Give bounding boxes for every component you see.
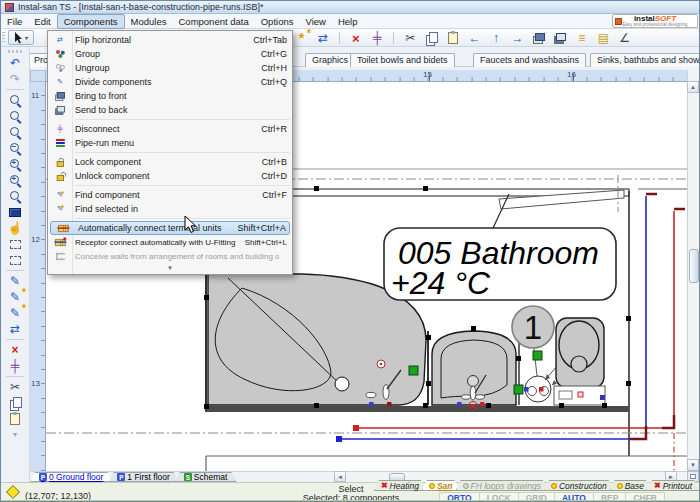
conceive-walls-icon [50,252,69,259]
more-tools-icon[interactable]: ▾ [5,427,25,443]
scroll-left-button[interactable]: ◄ [334,471,346,482]
menu-file[interactable]: File [1,15,28,28]
select-add-icon[interactable] [5,252,25,268]
copy-icon[interactable] [423,30,440,46]
menu-item-ungroup[interactable]: UngroupCtrl+H [48,61,292,75]
select-rect-icon[interactable] [5,236,25,252]
toggle-orto[interactable]: ORTO [440,493,479,502]
bring-to-front-icon[interactable] [530,30,547,46]
find-selected-in-icon[interactable]: ✎ [5,305,25,321]
menu-component-data[interactable]: Component data [172,15,254,28]
tab-graphics[interactable]: Graphics [305,53,355,67]
toggle-chfr[interactable]: CHFR [626,493,664,502]
components-dropdown-menu: ⇄ Flip horizontalCtrl+Tab GroupCtrl+G Un… [47,30,293,275]
layer-tab-san[interactable]: San [422,480,460,491]
layer-tab-heating[interactable]: ✖ Heating [374,480,426,491]
vertical-scrollbar[interactable]: ▲ ▼ [687,70,699,471]
pan-icon[interactable]: ☝ [5,220,25,236]
menu-item-bring-to-front[interactable]: Bring to front [48,89,292,103]
delete-icon[interactable]: × [347,30,364,46]
delete-icon[interactable]: × [5,342,25,358]
send-to-back-icon[interactable] [552,30,569,46]
menu-view[interactable]: View [299,15,331,28]
tab-faucets[interactable]: Faucets and washbasins [473,53,586,67]
move-right-icon[interactable]: → [509,30,526,46]
title-bar[interactable]: Instal-san TS - [Instal-san-t-base-const… [1,1,700,14]
app-window: Instal-san TS - [Instal-san-t-base-const… [0,0,700,502]
layer-tab-construction[interactable]: Construction [544,480,614,491]
menu-item-divide-components[interactable]: ✎ Divide componentsCtrl+Q [48,75,292,89]
cut-icon[interactable]: ✂ [5,379,25,395]
flip-horizontal-icon[interactable]: ⇄ [5,321,25,337]
panel-grip[interactable] [8,50,22,53]
redo-icon[interactable]: ↷ [5,71,25,87]
scroll-down-button[interactable]: ▼ [687,459,699,471]
tab-toilet-bowls[interactable]: Toilet bowls and bidets [350,53,455,67]
layer-dim-icon [463,483,469,489]
brand-tagline: Easy and professional designing [623,23,688,28]
menu-edit[interactable]: Edit [28,15,56,28]
disconnect-icon[interactable]: ╪ [369,30,386,46]
menu-item-pipe-run-menu[interactable]: Pipe-run menu [48,136,292,150]
sheet-tab-first-floor[interactable]: P 1 First floor [108,472,179,482]
toilet[interactable] [554,318,605,405]
menu-scroll-more[interactable]: ▾ [48,263,292,272]
zoom-in-icon[interactable]: + [5,156,25,172]
move-up-icon[interactable]: ↑ [488,30,505,46]
menu-item-send-to-back[interactable]: Send to back [48,103,292,117]
disconnect-icon[interactable]: ╪ [5,358,25,374]
toolbar-icon-strip: * ⇄ × ╪ ✂ ← ↑ → ≡ ▤ ∠ [293,30,633,46]
toggle-lock[interactable]: LOCK [480,493,519,502]
toggle-auto[interactable]: AUTO [555,493,594,502]
menu-item-auto-connect-terminal-units[interactable]: Automatically connect terminal unitsShif… [50,221,290,235]
menu-components[interactable]: Components [57,14,125,29]
menu-item-disconnect[interactable]: ╪ DisconnectCtrl+R [48,122,292,136]
polyline-icon[interactable]: ∠ [616,30,633,46]
room-label[interactable]: 005 Bathroom +24 °C [384,194,616,301]
lock-icon [50,157,69,167]
zoom-dynamic-icon[interactable] [5,124,25,140]
menu-item-lock-component[interactable]: Lock componentCtrl+B [48,155,292,169]
toggle-rep[interactable]: REP [594,493,626,502]
toolbar-grip[interactable] [2,32,5,44]
zoom-out-icon[interactable]: − [5,140,25,156]
layers-icon[interactable]: ≡ [573,30,590,46]
flip-horizontal-icon[interactable]: ⇄ [314,30,331,46]
full-screen-icon[interactable] [5,204,25,220]
menu-item-find-selected-in[interactable]: ✎ Find selected in [48,202,292,216]
menu-item-find-component[interactable]: ✎ Find componentCtrl+F [48,188,292,202]
zoom-icon[interactable] [5,92,25,108]
menu-item-flip-horizontal[interactable]: ⇄ Flip horizontalCtrl+Tab [48,33,292,47]
menu-modules[interactable]: Modules [125,15,173,28]
flatten-icon[interactable]: ▤ [595,30,612,46]
move-left-icon[interactable]: ← [466,30,483,46]
menu-help[interactable]: Help [332,15,364,28]
zoom-window-icon[interactable] [5,108,25,124]
marker-number: 1 [524,309,542,346]
select-tool-button[interactable]: ▾ [8,30,34,45]
menu-item-receptor-connect[interactable]: Receptor connect automatically with U-Fi… [48,235,292,249]
find-selected-icon[interactable]: * [293,30,310,46]
undo-icon[interactable]: ↶ [5,55,25,71]
paste-icon[interactable] [5,411,25,427]
layer-tab-base[interactable]: Base [610,480,651,491]
sheet-tab-ground-floor[interactable]: P 0 Ground floor [30,472,112,482]
cut-icon[interactable]: ✂ [402,30,419,46]
zoom-extents-icon[interactable]: + [5,172,25,188]
washbasin[interactable] [432,331,516,411]
menu-item-unlock-component[interactable]: Unlock componentCtrl+D [48,169,292,183]
paste-icon[interactable] [445,30,462,46]
zoom-selected-icon[interactable] [5,188,25,204]
layer-tab-printout[interactable]: ✖ Printout [647,480,699,491]
copy-icon[interactable] [5,395,25,411]
vertical-scroll-thumb[interactable] [689,249,699,283]
tab-sinks[interactable]: Sinks, bathtubs and showers [590,53,700,67]
layer-tab-fh-loops[interactable]: FH loops drawings [456,480,548,491]
menu-item-group[interactable]: GroupCtrl+G [48,47,292,61]
toggle-grid[interactable]: GRID [519,493,555,502]
scroll-up-button[interactable]: ▲ [687,81,699,93]
pipe-fittings [630,194,685,439]
room-marker[interactable]: 1 [512,306,554,348]
sheet-tab-schemat[interactable]: S Schemat [175,472,237,482]
menu-options[interactable]: Options [255,15,300,28]
